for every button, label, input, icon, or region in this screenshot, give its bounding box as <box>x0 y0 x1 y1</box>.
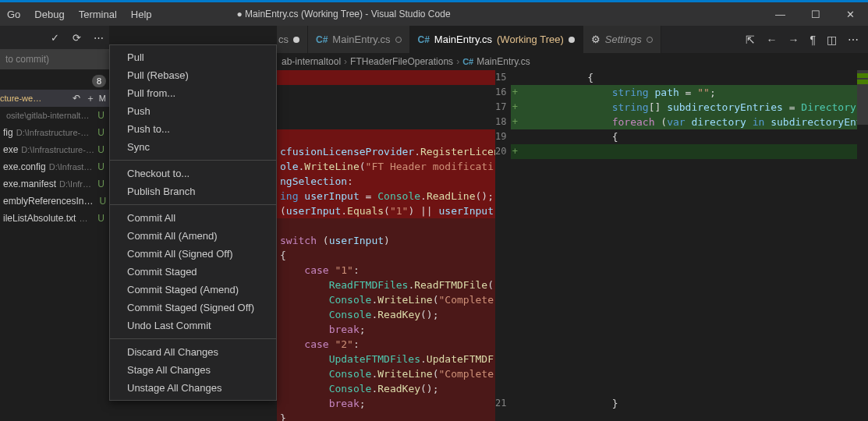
code-line[interactable] <box>511 352 868 366</box>
code-line[interactable] <box>511 322 868 337</box>
menu-item-discard-all-changes[interactable]: Discard All Changes <box>110 343 276 361</box>
code-line[interactable] <box>277 115 495 129</box>
scm-file-item[interactable]: fig D:\Infrastructure-…U <box>0 124 109 141</box>
tab-partial[interactable]: cs <box>277 26 308 53</box>
discard-changes-icon[interactable]: ↶ <box>71 93 82 104</box>
menu-item-stage-all-changes[interactable]: Stage All Changes <box>110 361 276 379</box>
menu-help[interactable]: Help <box>124 5 159 24</box>
code-line[interactable] <box>511 307 868 322</box>
menu-item-push[interactable]: Push <box>110 102 276 120</box>
code-line[interactable]: break; <box>277 322 495 337</box>
code-line[interactable]: { <box>511 129 868 144</box>
code-line[interactable]: Console.ReadKey(); <box>277 381 495 396</box>
code-line[interactable] <box>511 189 868 203</box>
menu-item-pull-rebase-[interactable]: Pull (Rebase) <box>110 66 276 84</box>
breadcrumb-item[interactable]: FTHeaderFileOperations <box>350 56 453 67</box>
scm-file-item[interactable]: exe.manifest D:\Infr…U <box>0 175 109 193</box>
code-line[interactable]: } <box>277 411 495 421</box>
code-line[interactable]: cfusionLicenseProvider.RegisterLicen <box>277 144 495 159</box>
scm-file-item[interactable]: ileListAbsolute.txt …U <box>0 210 109 227</box>
breadcrumb-item[interactable]: MainEntry.cs <box>477 56 530 67</box>
close-tab-icon[interactable] <box>647 37 653 43</box>
scm-file-item[interactable]: exe.config D:\Infrast…U <box>0 158 109 175</box>
code-line[interactable] <box>277 218 495 233</box>
scm-file-item[interactable]: emblyReferencesIn… U <box>0 193 109 210</box>
menu-item-pull-from-[interactable]: Pull from... <box>110 84 276 102</box>
next-change-icon[interactable]: → <box>788 34 799 46</box>
code-line[interactable]: { <box>511 70 868 85</box>
menu-debug[interactable]: Debug <box>27 5 71 24</box>
breadcrumb[interactable]: ab-internaltool›FTHeaderFileOperations›C… <box>277 53 868 70</box>
code-line[interactable] <box>511 218 868 233</box>
previous-change-icon[interactable]: ← <box>766 34 777 46</box>
code-line[interactable]: Console.WriteLine("Complete <box>277 366 495 381</box>
code-line[interactable]: Console.WriteLine("Complete <box>277 292 495 307</box>
code-line[interactable]: } <box>511 396 868 411</box>
menu-item-commit-all-signed-off-[interactable]: Commit All (Signed Off) <box>110 245 276 263</box>
commit-check-icon[interactable]: ✓ <box>48 32 61 44</box>
menu-item-undo-last-commit[interactable]: Undo Last Commit <box>110 317 276 334</box>
code-line[interactable] <box>511 174 868 189</box>
more-editor-actions-icon[interactable]: ⋯ <box>848 34 859 46</box>
code-line[interactable] <box>511 203 868 218</box>
code-content[interactable]: { string path = ""; string[] subdirector… <box>511 70 868 421</box>
code-line[interactable]: UpdateFTMDFiles.UpdateFTMDF <box>277 352 495 366</box>
split-editor-icon[interactable]: ◫ <box>827 34 837 46</box>
tab-main1[interactable]: C#MainEntry.cs <box>308 26 410 53</box>
code-line[interactable]: string[] subdirectoryEntries = Directory… <box>511 100 868 115</box>
tab-settings[interactable]: ⚙Settings <box>583 26 661 53</box>
minimize-button[interactable]: — <box>763 2 798 26</box>
refresh-icon[interactable]: ⟳ <box>70 32 83 44</box>
toggle-whitespace-icon[interactable]: ¶ <box>810 34 816 46</box>
menu-item-commit-staged-amend-[interactable]: Commit Staged (Amend) <box>110 281 276 299</box>
commit-message-input[interactable]: to commit) <box>0 49 109 69</box>
code-line[interactable]: (userInput.Equals("1") || userInput. <box>277 203 495 218</box>
scm-file-item[interactable]: osite\gitlab-internalt…U <box>0 107 109 124</box>
code-line[interactable] <box>277 129 495 144</box>
code-line[interactable] <box>511 263 868 278</box>
code-line[interactable] <box>277 70 495 85</box>
menu-item-commit-staged-signed-off-[interactable]: Commit Staged (Signed Off) <box>110 299 276 317</box>
diff-editor-modified[interactable]: 1516+17+18+1920+21 { string path = ""; s… <box>495 70 868 421</box>
code-line[interactable] <box>511 144 868 159</box>
diff-editor-original[interactable]: cfusionLicenseProvider.RegisterLicenole.… <box>277 70 495 421</box>
code-line[interactable]: ngSelection: <box>277 174 495 189</box>
menu-item-sync[interactable]: Sync <box>110 138 276 156</box>
menu-item-unstage-all-changes[interactable]: Unstage All Changes <box>110 379 276 397</box>
scm-changes-row[interactable]: cture-we… ↶ ＋ M <box>0 90 109 107</box>
code-line[interactable]: { <box>277 248 495 263</box>
menu-item-checkout-to-[interactable]: Checkout to... <box>110 165 276 182</box>
menu-item-commit-staged[interactable]: Commit Staged <box>110 263 276 281</box>
menu-go[interactable]: Go <box>0 5 27 24</box>
code-line[interactable]: string path = ""; <box>511 85 868 100</box>
code-line[interactable] <box>511 159 868 174</box>
code-line[interactable]: break; <box>277 396 495 411</box>
menu-item-pull[interactable]: Pull <box>110 48 276 66</box>
scm-file-item[interactable]: exe D:\Infrastructure-…U <box>0 141 109 158</box>
menu-terminal[interactable]: Terminal <box>72 5 124 24</box>
code-line[interactable]: Console.ReadKey(); <box>277 307 495 322</box>
code-line[interactable] <box>277 100 495 115</box>
code-line[interactable] <box>511 366 868 381</box>
menu-item-commit-all[interactable]: Commit All <box>110 209 276 227</box>
more-actions-icon[interactable]: ⋯ <box>92 32 105 44</box>
menu-item-commit-all-amend-[interactable]: Commit All (Amend) <box>110 227 276 245</box>
tab-main-wt[interactable]: C#MainEntry.cs (Working Tree) <box>410 26 583 53</box>
close-tab-icon[interactable] <box>395 37 402 43</box>
code-line[interactable] <box>511 248 868 263</box>
code-line[interactable] <box>511 337 868 352</box>
dirty-indicator-icon[interactable] <box>569 37 575 43</box>
maximize-button[interactable]: ☐ <box>798 2 833 26</box>
breadcrumb-item[interactable]: ab-internaltool <box>282 56 341 67</box>
stage-changes-icon[interactable]: ＋ <box>85 92 96 105</box>
code-line[interactable]: foreach (var directory in subdirectoryEn… <box>511 115 868 129</box>
code-line[interactable]: case "2": <box>277 337 495 352</box>
code-line[interactable]: case "1": <box>277 263 495 278</box>
menu-item-publish-branch[interactable]: Publish Branch <box>110 182 276 200</box>
code-line[interactable] <box>277 85 495 100</box>
close-button[interactable]: ✕ <box>833 2 868 26</box>
code-line[interactable] <box>511 233 868 248</box>
open-changes-icon[interactable]: ⇱ <box>746 34 755 46</box>
code-line[interactable]: ole.WriteLine("FT Header modificati <box>277 159 495 174</box>
vertical-scrollbar[interactable] <box>857 70 868 421</box>
